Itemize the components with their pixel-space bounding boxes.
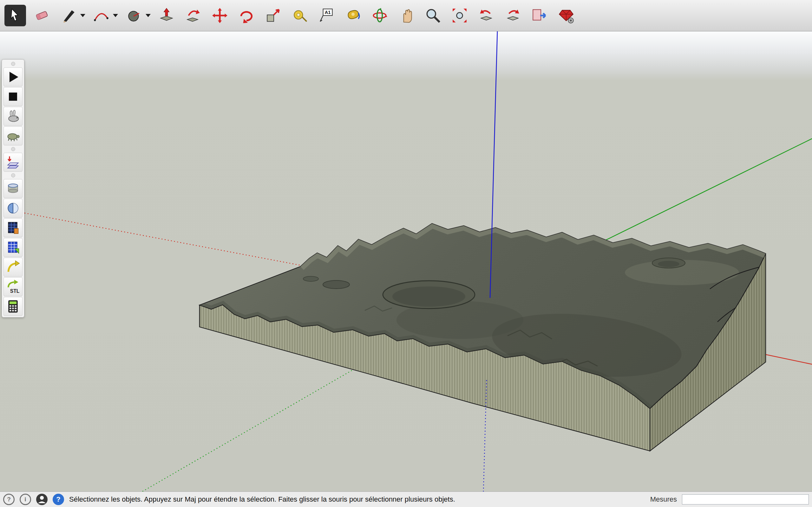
scene-canvas bbox=[0, 32, 812, 492]
eraser-icon bbox=[33, 7, 50, 24]
calculator-button[interactable] bbox=[3, 297, 22, 316]
next-view-tool[interactable] bbox=[502, 5, 524, 26]
line-tool-dropdown-caret[interactable] bbox=[80, 14, 85, 17]
page-arrow-icon bbox=[531, 7, 548, 24]
yellow-flip-arrow-icon bbox=[5, 260, 20, 275]
arc-tool-dropdown-caret[interactable] bbox=[113, 14, 118, 17]
zoom-tool[interactable] bbox=[422, 5, 444, 26]
tape-measure-tool[interactable] bbox=[289, 5, 310, 26]
palette-drag-handle[interactable] bbox=[11, 62, 15, 66]
calculator-icon bbox=[5, 299, 20, 314]
orbit-tool[interactable] bbox=[369, 5, 391, 26]
svg-text:STL: STL bbox=[10, 288, 20, 294]
arc-curve-icon bbox=[93, 7, 110, 24]
pencil-icon bbox=[60, 7, 77, 24]
flip-edge-button[interactable] bbox=[3, 258, 22, 277]
drape-layers-icon bbox=[5, 155, 20, 170]
paint-bucket-icon bbox=[345, 7, 362, 24]
measurements-input[interactable] bbox=[682, 494, 809, 504]
svg-text:A1: A1 bbox=[325, 10, 331, 15]
rabbit-icon bbox=[5, 109, 20, 124]
text-tool[interactable]: A1 bbox=[316, 5, 337, 26]
person-icon bbox=[36, 494, 48, 505]
follow-me-tool[interactable] bbox=[183, 5, 204, 26]
extension-warehouse-tool[interactable] bbox=[555, 5, 577, 26]
terrain-model[interactable] bbox=[200, 223, 766, 451]
sketchup-window: A1 bbox=[0, 0, 812, 507]
status-message: Sélectionnez les objets. Appuyez sur Maj… bbox=[69, 495, 455, 504]
speed-fast-button[interactable] bbox=[3, 107, 22, 126]
palette-separator-dot bbox=[11, 147, 15, 151]
instructor-icon[interactable]: i bbox=[20, 494, 31, 505]
stop-animation-button[interactable] bbox=[3, 87, 22, 106]
scale-tool[interactable] bbox=[262, 5, 284, 26]
next-view-icon bbox=[504, 7, 521, 24]
measurements-label: Mesures bbox=[650, 495, 677, 504]
drape-tool-button[interactable] bbox=[3, 153, 22, 172]
push-pull-tool[interactable] bbox=[156, 5, 177, 26]
red-gem-gear-icon bbox=[558, 7, 575, 24]
cursor-arrow-icon bbox=[7, 7, 24, 24]
arc-tool-group bbox=[90, 5, 118, 26]
play-animation-button[interactable] bbox=[3, 67, 22, 87]
model-grid-button[interactable] bbox=[3, 238, 22, 257]
move-tool[interactable] bbox=[209, 5, 231, 26]
play-icon bbox=[5, 69, 20, 84]
magnifier-arrows-icon bbox=[451, 7, 468, 24]
circle-tool[interactable] bbox=[123, 5, 145, 26]
blue-grid-building-icon bbox=[5, 240, 20, 255]
magnifier-icon bbox=[424, 7, 442, 24]
building-photo-icon bbox=[5, 220, 20, 235]
turtle-icon bbox=[5, 128, 20, 144]
pan-tool[interactable] bbox=[396, 5, 417, 26]
push-pull-icon bbox=[158, 7, 175, 24]
tool-palette: STL bbox=[2, 59, 24, 318]
status-bar: ? i ? Sélectionnez les objets. Appuyez s… bbox=[0, 492, 812, 507]
hand-icon bbox=[398, 7, 415, 24]
stop-icon bbox=[5, 89, 20, 104]
text-label-icon: A1 bbox=[318, 7, 335, 24]
terrain-stack-icon bbox=[5, 181, 20, 196]
green-axis-dotted bbox=[142, 368, 356, 492]
zoom-extents-tool[interactable] bbox=[449, 5, 470, 26]
previous-view-tool[interactable] bbox=[475, 5, 497, 26]
rotate-arrows-icon bbox=[238, 7, 255, 24]
tip-icon: ? bbox=[53, 494, 64, 505]
photo-texture-button[interactable] bbox=[3, 218, 22, 237]
eraser-tool[interactable] bbox=[31, 5, 53, 26]
four-way-arrows-icon bbox=[211, 7, 229, 24]
send-to-layout-tool[interactable] bbox=[529, 5, 550, 26]
help-icon[interactable]: ? bbox=[3, 494, 14, 505]
line-tool[interactable] bbox=[58, 5, 79, 26]
viewport[interactable]: STL bbox=[0, 32, 812, 492]
stl-export-button[interactable]: STL bbox=[3, 277, 22, 296]
section-plane-button[interactable] bbox=[3, 199, 22, 218]
arc-tool[interactable] bbox=[90, 5, 112, 26]
select-tool[interactable] bbox=[4, 5, 26, 26]
palette-separator-dot bbox=[11, 173, 15, 177]
main-toolbar: A1 bbox=[0, 0, 812, 32]
orbit-icon bbox=[371, 7, 388, 24]
circle-tool-group bbox=[123, 5, 151, 26]
line-tool-group bbox=[58, 5, 85, 26]
previous-view-icon bbox=[478, 7, 495, 24]
terrain-stack-button[interactable] bbox=[3, 179, 22, 198]
rotate-tool[interactable] bbox=[236, 5, 257, 26]
paint-bucket-tool[interactable] bbox=[342, 5, 364, 26]
circle-shape-icon bbox=[125, 7, 142, 24]
section-sphere-icon bbox=[5, 201, 20, 216]
account-icon[interactable] bbox=[36, 494, 48, 505]
speed-slow-button[interactable] bbox=[3, 126, 22, 146]
stl-export-icon: STL bbox=[5, 279, 20, 294]
scale-arrow-icon bbox=[264, 7, 282, 24]
red-axis-dotted bbox=[24, 213, 300, 265]
follow-me-icon bbox=[185, 7, 202, 24]
tape-measure-icon bbox=[291, 7, 308, 24]
circle-tool-dropdown-caret[interactable] bbox=[146, 14, 151, 17]
